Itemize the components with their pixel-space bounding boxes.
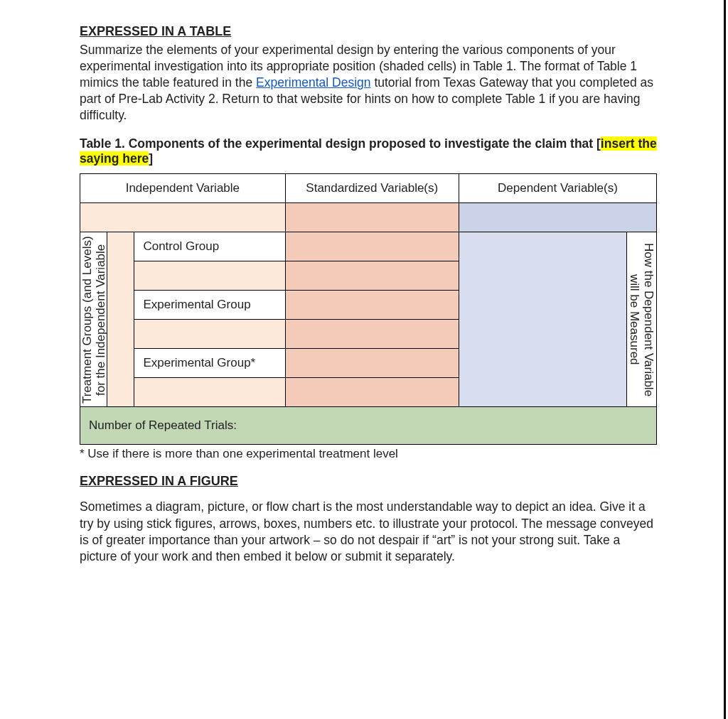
dv-measured-label: How the Dependent Variable will be Measu… [626, 232, 657, 407]
intro-paragraph: Summarize the elements of your experimen… [80, 42, 657, 124]
control-group-input [134, 261, 285, 291]
iv-input-cell [80, 203, 286, 232]
header-independent-variable: Independent Variable [80, 174, 286, 203]
table-row: Treatment Groups (and Levels) for the In… [80, 232, 657, 261]
sv-cell-5 [285, 349, 459, 378]
dv-input-cell [459, 203, 656, 232]
control-group-label: Control Group [134, 232, 285, 261]
experimental-design-link[interactable]: Experimental Design [256, 75, 370, 90]
caption-lead: Table 1. Components of the experimental … [80, 136, 601, 151]
figure-paragraph: Sometimes a diagram, picture, or flow ch… [80, 499, 657, 564]
experimental-group-label: Experimental Group [134, 291, 285, 320]
sv-cell-6 [285, 378, 459, 407]
document-page: EXPRESSED IN A TABLE Summarize the eleme… [0, 0, 728, 719]
dv-merged-cell [459, 232, 626, 407]
experimental-group2-input [134, 378, 285, 407]
repeated-trials-cell: Number of Repeated Trials: [80, 407, 657, 445]
experimental-group2-label: Experimental Group* [134, 349, 285, 378]
sv-cell-3 [285, 291, 459, 320]
table-input-row [80, 203, 657, 232]
header-dependent-variables: Dependent Variable(s) [459, 174, 656, 203]
table-header-row: Independent Variable Standardized Variab… [80, 174, 657, 203]
section-heading-table: EXPRESSED IN A TABLE [80, 24, 657, 39]
table-footnote: * Use if there is more than one experime… [80, 447, 657, 461]
treatment-groups-label: Treatment Groups (and Levels) for the In… [80, 232, 107, 407]
design-table: Independent Variable Standardized Variab… [80, 173, 657, 445]
sv-input-cell [285, 203, 459, 232]
table-caption: Table 1. Components of the experimental … [80, 136, 657, 166]
sv-cell-2 [285, 261, 459, 291]
header-standardized-variables: Standardized Variable(s) [285, 174, 459, 203]
table-footer-row: Number of Repeated Trials: [80, 407, 657, 445]
experimental-group-input [134, 320, 285, 349]
section-heading-figure: EXPRESSED IN A FIGURE [80, 474, 657, 489]
caption-end: ] [149, 151, 153, 166]
treatment-groups-shade [107, 232, 134, 407]
sv-cell-1 [285, 232, 459, 261]
sv-cell-4 [285, 320, 459, 349]
